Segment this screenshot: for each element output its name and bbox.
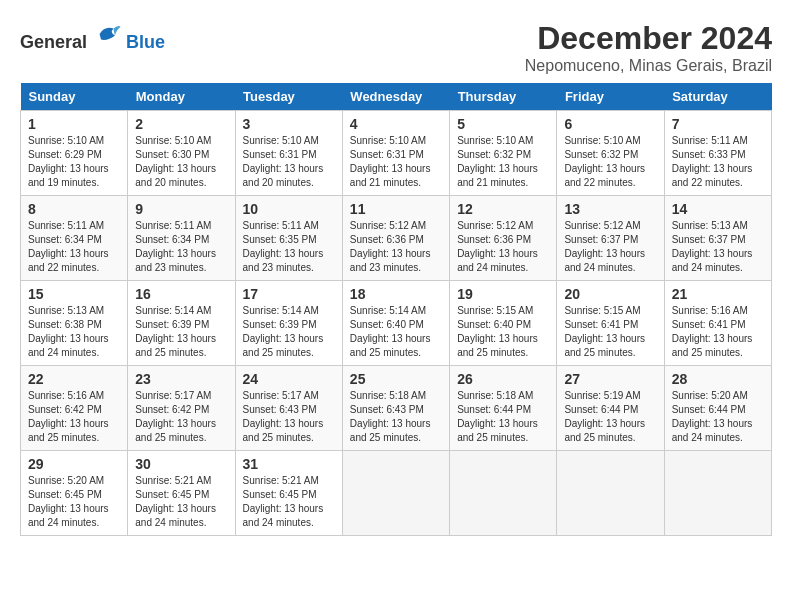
day-info: Sunrise: 5:14 AMSunset: 6:40 PMDaylight:… — [350, 305, 431, 358]
day-info: Sunrise: 5:10 AMSunset: 6:29 PMDaylight:… — [28, 135, 109, 188]
day-cell-16: 16Sunrise: 5:14 AMSunset: 6:39 PMDayligh… — [128, 281, 235, 366]
day-number: 19 — [457, 286, 549, 302]
col-header-monday: Monday — [128, 83, 235, 111]
day-cell-25: 25Sunrise: 5:18 AMSunset: 6:43 PMDayligh… — [342, 366, 449, 451]
day-number: 8 — [28, 201, 120, 217]
day-info: Sunrise: 5:13 AMSunset: 6:38 PMDaylight:… — [28, 305, 109, 358]
empty-cell — [450, 451, 557, 536]
week-row-5: 29Sunrise: 5:20 AMSunset: 6:45 PMDayligh… — [21, 451, 772, 536]
day-cell-17: 17Sunrise: 5:14 AMSunset: 6:39 PMDayligh… — [235, 281, 342, 366]
week-row-4: 22Sunrise: 5:16 AMSunset: 6:42 PMDayligh… — [21, 366, 772, 451]
day-info: Sunrise: 5:20 AMSunset: 6:45 PMDaylight:… — [28, 475, 109, 528]
day-number: 23 — [135, 371, 227, 387]
page-header: General Blue December 2024 Nepomuceno, M… — [20, 20, 772, 75]
day-number: 18 — [350, 286, 442, 302]
day-cell-31: 31Sunrise: 5:21 AMSunset: 6:45 PMDayligh… — [235, 451, 342, 536]
day-cell-20: 20Sunrise: 5:15 AMSunset: 6:41 PMDayligh… — [557, 281, 664, 366]
title-section: December 2024 Nepomuceno, Minas Gerais, … — [525, 20, 772, 75]
empty-cell — [557, 451, 664, 536]
day-cell-26: 26Sunrise: 5:18 AMSunset: 6:44 PMDayligh… — [450, 366, 557, 451]
logo-bird-icon — [94, 20, 122, 48]
day-number: 21 — [672, 286, 764, 302]
logo-general: General — [20, 32, 87, 52]
day-cell-4: 4Sunrise: 5:10 AMSunset: 6:31 PMDaylight… — [342, 111, 449, 196]
week-row-3: 15Sunrise: 5:13 AMSunset: 6:38 PMDayligh… — [21, 281, 772, 366]
col-header-friday: Friday — [557, 83, 664, 111]
col-header-saturday: Saturday — [664, 83, 771, 111]
month-title: December 2024 — [525, 20, 772, 57]
day-cell-28: 28Sunrise: 5:20 AMSunset: 6:44 PMDayligh… — [664, 366, 771, 451]
day-info: Sunrise: 5:14 AMSunset: 6:39 PMDaylight:… — [135, 305, 216, 358]
day-info: Sunrise: 5:21 AMSunset: 6:45 PMDaylight:… — [243, 475, 324, 528]
day-cell-1: 1Sunrise: 5:10 AMSunset: 6:29 PMDaylight… — [21, 111, 128, 196]
day-cell-11: 11Sunrise: 5:12 AMSunset: 6:36 PMDayligh… — [342, 196, 449, 281]
col-header-thursday: Thursday — [450, 83, 557, 111]
day-number: 15 — [28, 286, 120, 302]
day-info: Sunrise: 5:16 AMSunset: 6:42 PMDaylight:… — [28, 390, 109, 443]
day-number: 4 — [350, 116, 442, 132]
day-info: Sunrise: 5:21 AMSunset: 6:45 PMDaylight:… — [135, 475, 216, 528]
day-cell-5: 5Sunrise: 5:10 AMSunset: 6:32 PMDaylight… — [450, 111, 557, 196]
day-number: 14 — [672, 201, 764, 217]
day-cell-21: 21Sunrise: 5:16 AMSunset: 6:41 PMDayligh… — [664, 281, 771, 366]
logo: General Blue — [20, 20, 165, 53]
day-cell-22: 22Sunrise: 5:16 AMSunset: 6:42 PMDayligh… — [21, 366, 128, 451]
logo-blue: Blue — [126, 32, 165, 52]
col-header-wednesday: Wednesday — [342, 83, 449, 111]
day-cell-19: 19Sunrise: 5:15 AMSunset: 6:40 PMDayligh… — [450, 281, 557, 366]
day-cell-8: 8Sunrise: 5:11 AMSunset: 6:34 PMDaylight… — [21, 196, 128, 281]
day-cell-3: 3Sunrise: 5:10 AMSunset: 6:31 PMDaylight… — [235, 111, 342, 196]
day-info: Sunrise: 5:10 AMSunset: 6:31 PMDaylight:… — [350, 135, 431, 188]
calendar-table: SundayMondayTuesdayWednesdayThursdayFrid… — [20, 83, 772, 536]
day-cell-7: 7Sunrise: 5:11 AMSunset: 6:33 PMDaylight… — [664, 111, 771, 196]
day-number: 2 — [135, 116, 227, 132]
day-number: 25 — [350, 371, 442, 387]
day-number: 20 — [564, 286, 656, 302]
day-cell-18: 18Sunrise: 5:14 AMSunset: 6:40 PMDayligh… — [342, 281, 449, 366]
day-cell-6: 6Sunrise: 5:10 AMSunset: 6:32 PMDaylight… — [557, 111, 664, 196]
week-row-1: 1Sunrise: 5:10 AMSunset: 6:29 PMDaylight… — [21, 111, 772, 196]
day-info: Sunrise: 5:20 AMSunset: 6:44 PMDaylight:… — [672, 390, 753, 443]
col-header-tuesday: Tuesday — [235, 83, 342, 111]
logo-text: General Blue — [20, 20, 165, 53]
day-number: 7 — [672, 116, 764, 132]
day-number: 30 — [135, 456, 227, 472]
day-info: Sunrise: 5:19 AMSunset: 6:44 PMDaylight:… — [564, 390, 645, 443]
day-info: Sunrise: 5:11 AMSunset: 6:34 PMDaylight:… — [28, 220, 109, 273]
day-info: Sunrise: 5:17 AMSunset: 6:43 PMDaylight:… — [243, 390, 324, 443]
day-number: 17 — [243, 286, 335, 302]
day-info: Sunrise: 5:11 AMSunset: 6:33 PMDaylight:… — [672, 135, 753, 188]
day-number: 27 — [564, 371, 656, 387]
week-row-2: 8Sunrise: 5:11 AMSunset: 6:34 PMDaylight… — [21, 196, 772, 281]
day-number: 12 — [457, 201, 549, 217]
col-header-sunday: Sunday — [21, 83, 128, 111]
day-info: Sunrise: 5:18 AMSunset: 6:43 PMDaylight:… — [350, 390, 431, 443]
empty-cell — [664, 451, 771, 536]
day-info: Sunrise: 5:15 AMSunset: 6:40 PMDaylight:… — [457, 305, 538, 358]
day-number: 28 — [672, 371, 764, 387]
day-info: Sunrise: 5:18 AMSunset: 6:44 PMDaylight:… — [457, 390, 538, 443]
day-number: 5 — [457, 116, 549, 132]
day-info: Sunrise: 5:11 AMSunset: 6:35 PMDaylight:… — [243, 220, 324, 273]
empty-cell — [342, 451, 449, 536]
day-number: 24 — [243, 371, 335, 387]
day-number: 11 — [350, 201, 442, 217]
day-cell-27: 27Sunrise: 5:19 AMSunset: 6:44 PMDayligh… — [557, 366, 664, 451]
day-number: 26 — [457, 371, 549, 387]
day-info: Sunrise: 5:11 AMSunset: 6:34 PMDaylight:… — [135, 220, 216, 273]
day-info: Sunrise: 5:17 AMSunset: 6:42 PMDaylight:… — [135, 390, 216, 443]
day-number: 29 — [28, 456, 120, 472]
header-row: SundayMondayTuesdayWednesdayThursdayFrid… — [21, 83, 772, 111]
day-cell-15: 15Sunrise: 5:13 AMSunset: 6:38 PMDayligh… — [21, 281, 128, 366]
day-info: Sunrise: 5:10 AMSunset: 6:32 PMDaylight:… — [457, 135, 538, 188]
day-info: Sunrise: 5:13 AMSunset: 6:37 PMDaylight:… — [672, 220, 753, 273]
day-number: 10 — [243, 201, 335, 217]
day-number: 16 — [135, 286, 227, 302]
day-number: 31 — [243, 456, 335, 472]
day-cell-9: 9Sunrise: 5:11 AMSunset: 6:34 PMDaylight… — [128, 196, 235, 281]
day-info: Sunrise: 5:16 AMSunset: 6:41 PMDaylight:… — [672, 305, 753, 358]
day-info: Sunrise: 5:10 AMSunset: 6:32 PMDaylight:… — [564, 135, 645, 188]
day-cell-23: 23Sunrise: 5:17 AMSunset: 6:42 PMDayligh… — [128, 366, 235, 451]
day-cell-2: 2Sunrise: 5:10 AMSunset: 6:30 PMDaylight… — [128, 111, 235, 196]
day-cell-14: 14Sunrise: 5:13 AMSunset: 6:37 PMDayligh… — [664, 196, 771, 281]
